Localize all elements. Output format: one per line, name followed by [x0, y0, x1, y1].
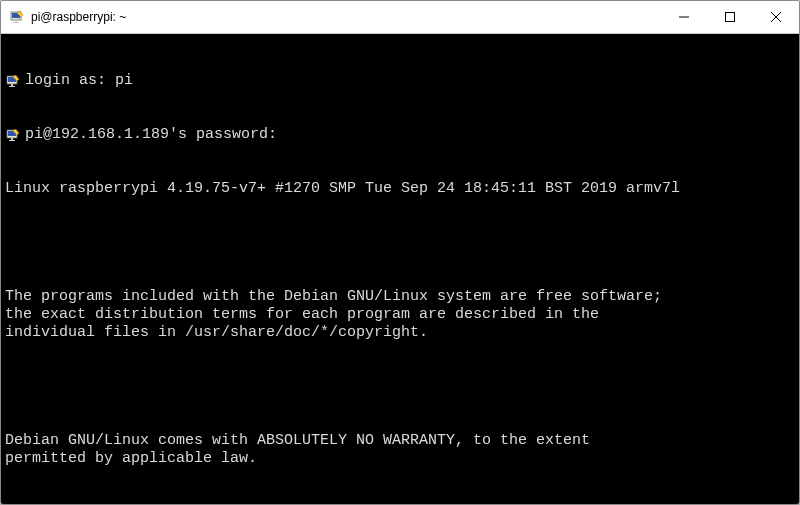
uname-line: Linux raspberrypi 4.19.75-v7+ #1270 SMP …: [5, 180, 795, 198]
maximize-button[interactable]: [707, 1, 753, 33]
close-icon: [771, 12, 781, 22]
minimize-icon: [679, 12, 689, 22]
svg-rect-14: [11, 138, 13, 140]
svg-rect-5: [726, 13, 735, 22]
blank-1: [5, 234, 795, 252]
terminal-window: pi@raspberrypi: ~ login as: pi: [0, 0, 800, 505]
putty-icon: [9, 9, 25, 25]
minimize-button[interactable]: [661, 1, 707, 33]
maximize-icon: [725, 12, 735, 22]
title-left: pi@raspberrypi: ~: [1, 9, 126, 25]
window-controls: [661, 1, 799, 33]
password-prompt-text: pi@192.168.1.189's password:: [25, 126, 795, 144]
blank-2: [5, 378, 795, 396]
warranty-notice: Debian GNU/Linux comes with ABSOLUTELY N…: [5, 432, 795, 468]
svg-rect-15: [9, 140, 15, 141]
svg-rect-3: [13, 22, 19, 23]
putty-icon: [5, 127, 21, 143]
close-button[interactable]: [753, 1, 799, 33]
login-prompt-text: login as: pi: [25, 72, 795, 90]
titlebar[interactable]: pi@raspberrypi: ~: [1, 1, 799, 34]
login-line: login as: pi: [5, 72, 795, 90]
svg-rect-11: [9, 86, 15, 87]
putty-icon: [5, 73, 21, 89]
svg-rect-10: [11, 84, 13, 86]
password-line: pi@192.168.1.189's password:: [5, 126, 795, 144]
svg-rect-2: [15, 20, 17, 22]
debian-notice: The programs included with the Debian GN…: [5, 288, 795, 342]
window-title: pi@raspberrypi: ~: [31, 10, 126, 24]
terminal-area[interactable]: login as: pi pi@192.168.1.189's password…: [1, 34, 799, 504]
